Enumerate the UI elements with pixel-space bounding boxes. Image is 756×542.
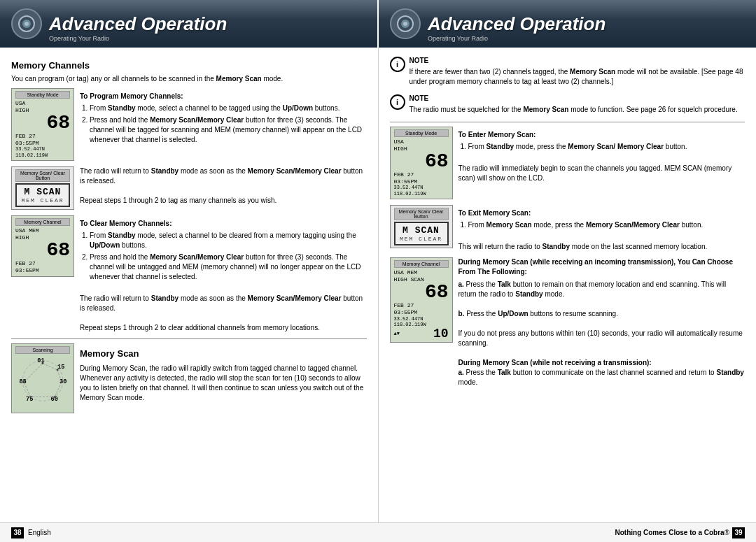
header-left: Operating Your Radio Advanced Operation [0, 0, 379, 48]
mscan-button-right-block: Memory Scan/ Clear Button M SCAN MEM CLE… [390, 205, 746, 252]
mscan-button-block-left: Memory Scan/ Clear Button M SCAN MEM CLE… [11, 166, 367, 210]
incoming-text: During Memory Scan (while receiving an i… [458, 257, 746, 387]
svg-line-19 [43, 364, 57, 371]
standby-display-right: Standby Mode USA HIGH 68 FEB 27 03:55PM … [390, 127, 453, 199]
page-number-right: 39 [732, 527, 745, 539]
divider [11, 338, 367, 339]
footer-left: 38 English [0, 527, 378, 539]
header-title-left: Operating Your Radio Advanced Operation [49, 13, 227, 35]
note-box-2: i NOTE The radio must be squelched for t… [390, 94, 746, 115]
svg-point-2 [24, 22, 29, 26]
language-label: English [28, 529, 51, 536]
enter-scan-steps: From Standby mode, press the Memory Scan… [468, 142, 746, 152]
memory-channels-title: Memory Channels [11, 60, 367, 71]
incoming-transmission-block: Memory Channel USA MEM HIGH SCAN 68 FEB … [390, 257, 746, 387]
header-bar: Operating Your Radio Advanced Operation … [0, 0, 756, 48]
exit-step-1: From Memory Scan mode, press the Memory … [468, 220, 746, 230]
program-step-1: From Standby mode, select a channel to b… [90, 104, 367, 113]
page-container: Operating Your Radio Advanced Operation … [0, 0, 756, 542]
svg-line-24 [24, 364, 43, 383]
note-icon-2: i [390, 94, 405, 110]
clear-memory-text: To Clear Memory Channels: From Standby m… [80, 215, 367, 333]
memory-channels-intro: You can program (or tag) any or all chan… [11, 74, 367, 84]
clear-step-1: From Standby mode, select a channel to b… [90, 231, 367, 250]
memory-scan-text: Memory Scan During Memory Scan, the radi… [80, 343, 367, 413]
header-right: Operating Your Radio Advanced Operation [379, 0, 756, 48]
memory-scan-block: Scanning 01 15 88 30 75 [11, 343, 367, 413]
footer-right: Nothing Comes Close to a Cobra® 39 [378, 527, 756, 539]
svg-text:15: 15 [57, 364, 64, 371]
svg-point-6 [22, 361, 63, 401]
mscan-note-left: The radio will return to Standby mode as… [80, 166, 367, 210]
clear-memory-block: Memory Channel USA MEM HIGH 68 FEB 27 03… [11, 215, 367, 333]
svg-text:88: 88 [19, 378, 26, 385]
clear-step-2: Press and hold the Memory Scan/Memory Cl… [90, 252, 367, 282]
svg-point-5 [403, 22, 407, 26]
mscan-display-left: Memory Scan/ Clear Button M SCAN MEM CLE… [11, 166, 74, 210]
program-step-2: Press and hold the Memory Scan/Memory Cl… [90, 115, 367, 145]
program-steps-list: From Standby mode, select a channel to b… [90, 104, 367, 145]
left-column: Memory Channels You can program (or tag)… [0, 48, 379, 522]
memory-channel-display-right: Memory Channel USA MEM HIGH SCAN 68 FEB … [390, 257, 453, 387]
divider-right [390, 122, 746, 122]
note-content-2: NOTE The radio must be squelched for the… [410, 94, 738, 115]
right-column: i NOTE If there are fewer than two (2) c… [379, 48, 757, 522]
program-memory-block: Standby Mode USA HIGH 68 FEB 27 03:55PM … [11, 88, 367, 161]
enter-step-1: From Standby mode, press the Memory Scan… [468, 142, 746, 152]
standby-display-left: Standby Mode USA HIGH 68 FEB 27 03:55PM … [11, 88, 74, 161]
brand-text: Nothing Comes Close to a Cobra® [615, 529, 730, 536]
exit-scan-steps: From Memory Scan mode, press the Memory … [468, 220, 746, 230]
note-icon-1: i [390, 57, 405, 72]
mscan-display-right: Memory Scan/ Clear Button M SCAN MEM CLE… [390, 205, 453, 252]
clear-steps-list: From Standby mode, select a channel to b… [90, 231, 367, 282]
enter-scan-text: To Enter Memory Scan: From Standby mode,… [458, 127, 746, 199]
enter-memory-scan-block: Standby Mode USA HIGH 68 FEB 27 03:55PM … [390, 127, 746, 199]
footer: 38 English Nothing Comes Close to a Cobr… [0, 522, 756, 542]
header-title-right: Operating Your Radio Advanced Operation [428, 13, 606, 35]
main-columns: Memory Channels You can program (or tag)… [0, 48, 756, 522]
radio-icon-right [390, 8, 421, 39]
scanning-display: Scanning 01 15 88 30 75 [11, 343, 74, 413]
memory-channel-display: Memory Channel USA MEM HIGH 68 FEB 27 03… [11, 215, 74, 333]
exit-scan-text: To Exit Memory Scan: From Memory Scan mo… [458, 205, 746, 252]
radio-icon-left [11, 8, 42, 39]
note-box-1: i NOTE If there are fewer than two (2) c… [390, 56, 746, 87]
note-content-1: NOTE If there are fewer than two (2) cha… [410, 56, 746, 87]
program-memory-text: To Program Memory Channels: From Standby… [80, 88, 367, 161]
svg-text:75: 75 [26, 396, 33, 403]
page-number-left: 38 [11, 527, 24, 539]
